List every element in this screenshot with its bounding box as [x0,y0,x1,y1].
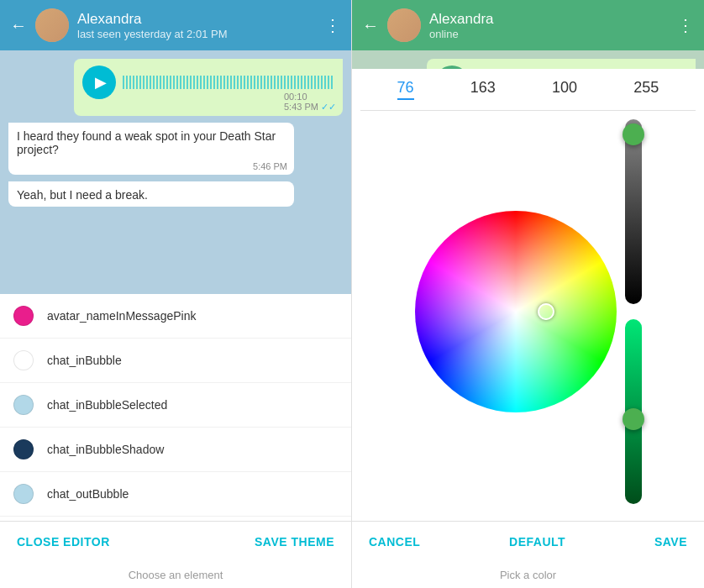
left-header-info: Alexandra last seen yesterday at 2:01 PM [77,11,324,40]
left-chat-messages: ▶ 00:10 5:43 PM ✓✓ I heard they found a … [0,50,351,294]
left-audio-message: ▶ 00:10 5:43 PM ✓✓ [74,59,343,116]
right-chat-header: ← Alexandra online ⋮ [352,0,704,50]
brightness-slider[interactable] [625,119,642,304]
sliders-container [625,119,642,504]
main-container: ← Alexandra last seen yesterday at 2:01 … [0,0,704,588]
left-more-options[interactable]: ⋮ [324,15,341,35]
right-contact-status: online [429,28,677,40]
color-label-1: chat_inBubble [47,354,122,367]
right-more-options[interactable]: ⋮ [677,15,694,35]
color-swatch-2 [13,395,34,415]
right-footer-label: Pick a color [352,562,704,588]
save-color-button[interactable]: SAVE [654,535,687,549]
right-audio-message: ▶ 00:10 5:43 PM ✓✓ [427,59,696,69]
left-contact-name: Alexandra [77,11,324,28]
save-theme-button[interactable]: SAVE THEME [255,535,334,549]
left-audio-wave [123,74,334,91]
color-item[interactable]: chat_inBubble [0,339,351,383]
g-value-container[interactable]: 163 [470,79,496,100]
b-value-container[interactable]: 100 [552,79,577,100]
g-value[interactable]: 163 [470,79,496,97]
close-editor-button[interactable]: CLOSE EDITOR [17,535,110,549]
left-msg-1-text: I heard they found a weak spot in your D… [17,129,276,156]
left-incoming-msg-1: I heard they found a weak spot in your D… [8,123,294,175]
left-footer-label: Choose an element [0,562,351,588]
color-item[interactable]: chat_inBubbleShadow [0,428,351,472]
color-wheel[interactable] [415,211,617,412]
right-chat-messages: ▶ 00:10 5:43 PM ✓✓ I heard they found a … [352,50,704,69]
left-back-button[interactable]: ← [10,16,27,35]
color-item[interactable]: chat_inBubbleSelected [0,383,351,428]
color-item[interactable]: avatar_nameInMessagePink [0,294,351,339]
color-picker-area: 76 163 100 255 [352,69,704,521]
left-msg-partial-text: Yeah, but I need a break. [17,188,148,202]
opacity-slider[interactable] [625,319,642,504]
color-item[interactable]: chat_outBubble [0,472,351,517]
right-play-button[interactable]: ▶ [435,66,469,69]
left-msg-1-time: 5:46 PM [253,161,287,171]
right-avatar-image [387,8,421,42]
brightness-thumb[interactable] [623,123,644,145]
left-chat-header: ← Alexandra last seen yesterday at 2:01 … [0,0,351,50]
left-incoming-msg-partial: Yeah, but I need a break. [8,181,294,207]
left-avatar-image [35,8,69,42]
picker-main [360,111,696,512]
wheel-cursor [538,303,554,320]
right-contact-name: Alexandra [429,11,677,28]
r-value-container[interactable]: 76 [397,79,414,100]
b-value[interactable]: 100 [552,79,577,97]
left-panel: ← Alexandra last seen yesterday at 2:01 … [0,0,352,588]
color-label-3: chat_inBubbleShadow [47,443,164,456]
a-value-container[interactable]: 255 [633,79,659,100]
color-swatch-4 [13,484,34,504]
cancel-button[interactable]: CANCEL [369,535,420,549]
color-swatch-0 [13,306,34,326]
color-swatch-1 [13,350,34,370]
rgba-inputs: 76 163 100 255 [360,69,696,111]
r-value[interactable]: 76 [397,79,414,100]
left-avatar [35,8,69,42]
default-button[interactable]: DEFAULT [509,535,565,549]
color-label-4: chat_outBubble [47,487,129,501]
left-contact-status: last seen yesterday at 2:01 PM [77,28,324,40]
color-label-2: chat_inBubbleSelected [47,398,167,412]
opacity-thumb[interactable] [623,408,644,430]
right-panel: ← Alexandra online ⋮ ▶ 00:10 [352,0,704,588]
color-list: avatar_nameInMessagePink chat_inBubble c… [0,294,351,521]
color-swatch-3 [13,439,34,459]
left-play-button[interactable]: ▶ [82,66,116,99]
a-value[interactable]: 255 [633,79,659,97]
left-audio-time: 00:10 5:43 PM ✓✓ [284,92,336,113]
color-wheel-container[interactable] [415,211,617,412]
left-audio-ticks: ✓✓ [321,102,336,112]
right-header-info: Alexandra online [429,11,677,40]
left-wave-bars [123,76,334,89]
left-bottom-bar: CLOSE EDITOR SAVE THEME [0,521,351,562]
color-label-0: avatar_nameInMessagePink [47,309,196,323]
right-back-button[interactable]: ← [362,16,379,35]
right-avatar [387,8,421,42]
left-play-icon: ▶ [95,73,107,92]
right-bottom-buttons: CANCEL DEFAULT SAVE [352,521,704,562]
